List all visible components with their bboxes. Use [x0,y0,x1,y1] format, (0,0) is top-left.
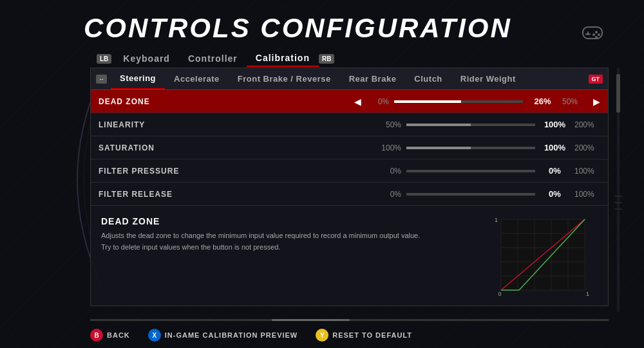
slider-min-filter-release: 0% [379,190,401,199]
slider-area-linearity: 50% 100% 200% [227,120,600,129]
action-calibration-preview[interactable]: X IN-GAME CALIBRATION PREVIEW [148,329,298,342]
info-description: Adjusts the dead zone to change the mini… [101,230,484,253]
graph-area: 1 0 1 [495,216,598,306]
back-badge: B [90,329,103,342]
slider-track-dead-zone[interactable] [394,100,523,103]
main-panel: ↔ Steering Accelerate Front Brake / Reve… [90,68,609,306]
sub-tab-accelerate[interactable]: Accelerate [165,69,229,89]
setting-row-dead-zone[interactable]: DEAD ZONE ◀ 0% 26% 50% ▶ [91,90,608,113]
sub-tab-clutch[interactable]: Clutch [405,69,451,89]
svg-rect-16 [583,27,602,39]
svg-point-19 [595,31,598,33]
top-tabs: LB Keyboard Controller Calibration RB [97,50,337,67]
gamepad-icon [580,19,605,51]
calibration-tab-badge: RB [319,54,334,64]
slider-max-dead-zone: 50% [562,97,588,106]
slider-min-filter-pressure: 0% [379,167,401,176]
slider-min-saturation: 100% [379,143,401,152]
slider-fill-linearity [406,124,471,126]
slider-max-filter-pressure: 100% [574,167,600,176]
bottom-bar: B BACK X IN-GAME CALIBRATION PREVIEW Y R… [90,329,609,342]
slider-track-linearity[interactable] [406,124,535,126]
tab-controller[interactable]: Controller [179,51,247,66]
setting-label-dead-zone: DEAD ZONE [99,97,227,106]
reset-default-badge: Y [316,329,328,342]
slider-current-linearity: 100% [540,120,569,129]
slider-right-arrow-dead-zone[interactable]: ▶ [593,96,600,107]
back-label: BACK [107,331,130,339]
svg-point-20 [598,33,600,36]
slider-area-saturation: 100% 100% 200% [227,143,600,152]
svg-text:1: 1 [586,291,589,297]
sub-tab-icon: ↔ [96,75,107,84]
calibration-preview-badge: X [148,329,161,342]
slider-track-filter-pressure[interactable] [406,170,535,172]
reset-default-label: RESET TO DEFAULT [332,331,412,339]
slider-min-linearity: 50% [379,120,401,129]
slider-left-arrow-dead-zone[interactable]: ◀ [354,96,361,107]
slider-area-filter-release: 0% 0% 100% [227,189,600,199]
sub-tab-steering[interactable]: Steering [111,68,165,89]
setting-row-saturation[interactable]: SATURATION 100% 100% 200% [91,136,608,160]
slider-fill-saturation [406,147,471,149]
right-scroll-decoration [613,68,623,312]
settings-area: DEAD ZONE ◀ 0% 26% 50% ▶ LINEARITY 50% 1… [91,90,608,206]
slider-current-filter-release: 0% [540,189,569,199]
slider-track-saturation[interactable] [406,147,535,149]
setting-label-filter-release: FILTER RELEASE [99,190,227,199]
sub-tab-rider-weight[interactable]: Rider Weight [451,69,525,89]
setting-label-linearity: LINEARITY [99,120,227,129]
tab-calibration[interactable]: Calibration [247,50,319,67]
slider-max-linearity: 200% [574,120,600,129]
slider-fill-dead-zone [394,100,461,103]
slider-current-dead-zone: 26% [528,96,557,106]
sub-tab-end-badge: GT [589,75,603,84]
svg-point-22 [595,36,598,39]
scroll-thumb [272,319,350,321]
setting-label-saturation: SATURATION [99,143,227,152]
slider-min-dead-zone: 0% [366,97,389,106]
info-area: DEAD ZONE Adjusts the dead zone to chang… [91,208,608,314]
sub-tab-front-brake[interactable]: Front Brake / Reverse [229,69,340,89]
slider-area-dead-zone: ◀ 0% 26% 50% ▶ [227,96,600,107]
info-title: DEAD ZONE [101,216,484,226]
slider-max-saturation: 200% [574,143,600,152]
slider-current-filter-pressure: 0% [540,166,569,176]
page-title: CONTROLS CONFIGURATION [84,13,512,44]
top-color-lines [0,0,644,3]
slider-max-filter-release: 100% [574,190,600,199]
setting-row-filter-pressure[interactable]: FILTER PRESSURE 0% 0% 100% [91,160,608,183]
sub-tabs: ↔ Steering Accelerate Front Brake / Reve… [91,68,608,90]
scroll-progress-bar[interactable] [90,319,609,321]
slider-track-filter-release[interactable] [406,193,535,196]
tab-keyboard[interactable]: Keyboard [114,51,179,66]
svg-text:0: 0 [498,291,501,297]
svg-point-21 [592,33,595,36]
slider-current-saturation: 100% [540,143,569,152]
action-reset-default[interactable]: Y RESET TO DEFAULT [316,329,412,342]
calibration-preview-label: IN-GAME CALIBRATION PREVIEW [165,331,298,339]
slider-area-filter-pressure: 0% 0% 100% [227,166,600,176]
keyboard-tab-badge: LB [97,54,111,64]
setting-row-linearity[interactable]: LINEARITY 50% 100% 200% [91,113,608,136]
svg-text:1: 1 [495,217,498,223]
page-header: CONTROLS CONFIGURATION [84,13,512,44]
svg-rect-18 [585,33,591,35]
svg-rect-12 [616,74,620,113]
setting-row-filter-release[interactable]: FILTER RELEASE 0% 0% 100% [91,183,608,206]
sub-tab-rear-brake[interactable]: Rear Brake [340,69,406,89]
action-back[interactable]: B BACK [90,329,130,342]
setting-label-filter-pressure: FILTER PRESSURE [99,167,227,176]
info-text: DEAD ZONE Adjusts the dead zone to chang… [101,216,484,306]
